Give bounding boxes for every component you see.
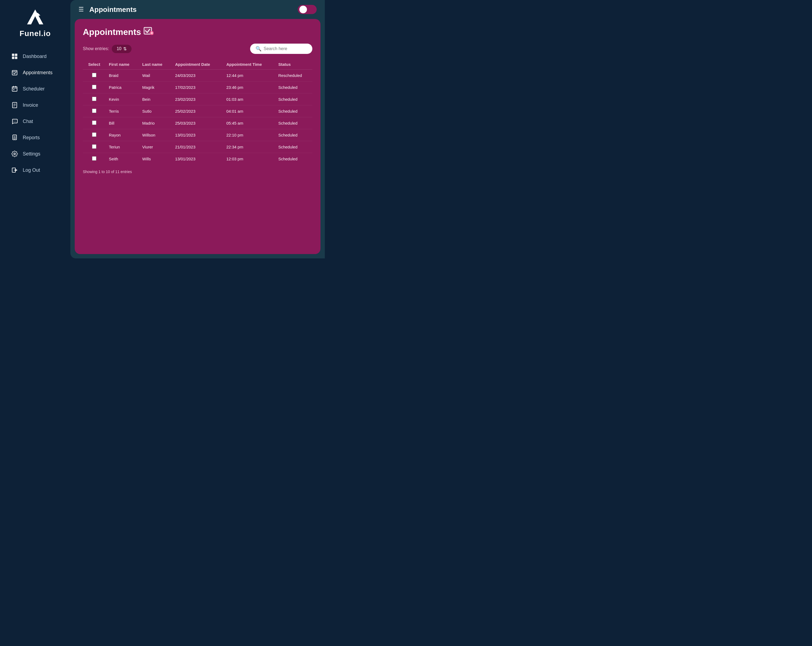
sidebar-label-scheduler: Scheduler [23, 86, 45, 92]
app-name: Funel.io [20, 29, 50, 38]
cell-first-4: Bill [105, 117, 139, 129]
cell-select-4 [83, 117, 105, 129]
cell-time-6: 22:34 pm [223, 141, 275, 153]
svg-marker-0 [27, 9, 43, 24]
col-time: Appointment Time [223, 59, 275, 70]
cell-first-5: Rayon [105, 129, 139, 141]
sidebar-item-reports[interactable]: Reports [5, 130, 65, 145]
cell-date-3: 25/02/2023 [172, 106, 223, 117]
row-checkbox-0[interactable] [92, 73, 96, 77]
svg-rect-4 [15, 57, 17, 59]
cell-last-4: Madrio [139, 117, 172, 129]
row-checkbox-3[interactable] [92, 109, 96, 113]
cell-first-6: Teriun [105, 141, 139, 153]
cell-date-4: 25/03/2023 [172, 117, 223, 129]
cell-time-2: 01:03 am [223, 93, 275, 106]
topbar: ☰ Appointments [70, 0, 325, 19]
svg-point-22 [14, 153, 15, 155]
svg-point-20 [14, 137, 15, 139]
cell-first-1: Patrica [105, 81, 139, 93]
sidebar-item-invoice[interactable]: Invoice [5, 98, 65, 113]
cell-status-5: Scheduled [275, 129, 312, 141]
cell-date-2: 23/02/2023 [172, 93, 223, 106]
row-checkbox-1[interactable] [92, 85, 96, 89]
sort-icon: ⇅ [123, 46, 127, 52]
sidebar-item-logout[interactable]: Log Out [5, 162, 65, 178]
sidebar-item-appointments[interactable]: Appointments [5, 65, 65, 80]
svg-point-18 [15, 121, 16, 121]
toggle-wrapper[interactable] [298, 5, 317, 14]
cell-date-1: 17/02/2023 [172, 81, 223, 93]
svg-rect-7 [12, 87, 17, 91]
row-checkbox-2[interactable] [92, 97, 96, 101]
cell-time-4: 05:45 am [223, 117, 275, 129]
table-row: Bill Madrio 25/03/2023 05:45 am Schedule… [83, 117, 312, 129]
sidebar-item-scheduler[interactable]: Scheduler [5, 81, 65, 96]
table-row: Terris Sutlo 25/02/2023 04:01 am Schedul… [83, 106, 312, 117]
table-row: Teriun Viurer 21/01/2023 22:34 pm Schedu… [83, 141, 312, 153]
dashboard-icon [11, 52, 18, 60]
row-checkbox-7[interactable] [92, 156, 96, 161]
cell-select-1 [83, 81, 105, 93]
chat-icon [11, 118, 18, 125]
sidebar-item-chat[interactable]: Chat [5, 114, 65, 129]
col-firstname: First name [105, 59, 139, 70]
svg-rect-1 [12, 54, 14, 56]
col-lastname: Last name [139, 59, 172, 70]
cell-last-1: Magrik [139, 81, 172, 93]
cell-first-2: Kevin [105, 93, 139, 106]
search-input[interactable] [264, 46, 307, 51]
sidebar-label-logout: Log Out [23, 167, 40, 173]
cell-status-7: Scheduled [275, 153, 312, 165]
search-icon: 🔍 [255, 46, 261, 52]
logo-icon [24, 8, 46, 27]
cell-last-2: Bein [139, 93, 172, 106]
sidebar-label-invoice: Invoice [23, 103, 38, 108]
row-checkbox-5[interactable] [92, 132, 96, 137]
card-title: Appointments [83, 27, 141, 37]
sidebar-item-settings[interactable]: Settings [5, 146, 65, 161]
sidebar-label-reports: Reports [23, 135, 40, 141]
cell-status-4: Scheduled [275, 117, 312, 129]
cell-select-5 [83, 129, 105, 141]
svg-rect-3 [12, 57, 14, 59]
toggle-switch[interactable] [298, 5, 317, 14]
sidebar-label-settings: Settings [23, 151, 40, 157]
controls-row: Show entries: 10 ⇅ 🔍 [83, 44, 312, 54]
main-area: ☰ Appointments Appointments [70, 0, 325, 259]
row-checkbox-4[interactable] [92, 121, 96, 125]
table-header: Select First name Last name Appointment … [83, 59, 312, 70]
card-checkmark-icon [144, 27, 153, 37]
row-checkbox-6[interactable] [92, 144, 96, 149]
cell-status-0: Rescheduled [275, 70, 312, 81]
cell-status-6: Scheduled [275, 141, 312, 153]
sidebar-item-dashboard[interactable]: Dashboard [5, 49, 65, 64]
entries-count-button[interactable]: 10 ⇅ [112, 45, 131, 53]
table-row: Braid Wail 24/03/2023 12:44 pm Reschedul… [83, 70, 312, 81]
svg-rect-11 [13, 89, 14, 90]
sidebar-label-appointments: Appointments [23, 70, 52, 76]
svg-rect-2 [15, 54, 17, 56]
cell-status-2: Scheduled [275, 93, 312, 106]
topbar-title: Appointments [89, 5, 293, 14]
show-entries: Show entries: 10 ⇅ [83, 45, 131, 53]
cell-time-0: 12:44 pm [223, 70, 275, 81]
cell-date-0: 24/03/2023 [172, 70, 223, 81]
cell-last-5: Willson [139, 129, 172, 141]
appointments-icon [11, 69, 18, 77]
svg-point-16 [13, 121, 14, 121]
reports-icon [11, 134, 18, 141]
logo: Funel.io [20, 8, 50, 38]
cell-time-1: 23:46 pm [223, 81, 275, 93]
col-status: Status [275, 59, 312, 70]
table-row: Seith Wills 13/01/2023 12:03 pm Schedule… [83, 153, 312, 165]
svg-rect-5 [12, 70, 17, 75]
scheduler-icon [11, 85, 18, 93]
table-body: Braid Wail 24/03/2023 12:44 pm Reschedul… [83, 70, 312, 165]
sidebar-label-chat: Chat [23, 119, 33, 124]
cell-date-6: 21/01/2023 [172, 141, 223, 153]
menu-icon[interactable]: ☰ [78, 6, 84, 13]
cell-select-7 [83, 153, 105, 165]
search-bar: 🔍 [250, 44, 312, 54]
cell-select-3 [83, 106, 105, 117]
